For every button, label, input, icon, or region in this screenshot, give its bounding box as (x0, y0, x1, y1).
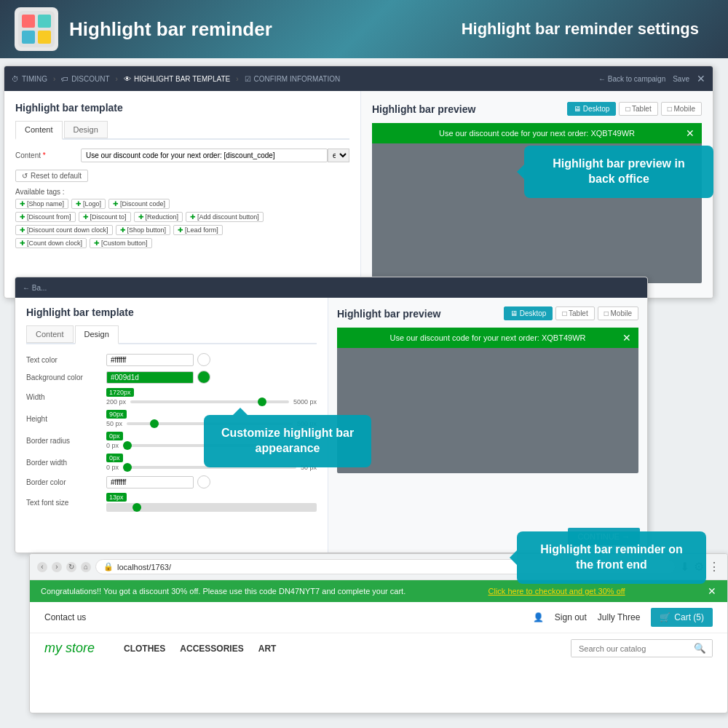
content-label: Content (15, 151, 81, 159)
design-preview-header: Highlight bar preview 🖥 Desktop □ Tablet… (337, 306, 638, 320)
border-color-label: Border color (26, 478, 106, 486)
nav-art[interactable]: ART (258, 644, 277, 654)
user-actions: 👤 Sign out Jully Three 🛒 Cart (5) (533, 608, 713, 627)
back-to-campaign-button[interactable]: ← Back to campaign (598, 75, 665, 83)
tag-lead-form[interactable]: ✚[Lead form] (173, 225, 223, 235)
width-slider-container: 1720px 200 px 5000 px (106, 388, 317, 405)
search-box: 🔍 (571, 639, 713, 657)
tooltip-frontend-reminder: Highlight bar reminder on the front end (517, 531, 706, 584)
bg-color-input[interactable] (106, 371, 194, 384)
preview-device-tabs: 🖥 Desktop □ Tablet □ Mobile (567, 102, 702, 116)
user-icon: 👤 (533, 612, 544, 622)
contact-us-link[interactable]: Contact us (44, 612, 86, 622)
tag-count-down[interactable]: ✚[Count down clock] (15, 238, 87, 248)
nav-highlight-bar-template[interactable]: 👁 HIGHLIGHT BAR TEMPLATE (124, 75, 230, 83)
width-max: 5000 px (293, 398, 317, 405)
highlight-bar-preview: Use our discount code for your next orde… (372, 123, 702, 143)
preview-tab-tablet[interactable]: □ Tablet (619, 102, 657, 116)
preview-tab-desktop[interactable]: 🖥 Desktop (567, 102, 616, 116)
tag-discount-to[interactable]: ✚[Discount to] (79, 212, 131, 222)
content-form-row: Content en (15, 149, 349, 162)
nav-accessories[interactable]: ACCESSORIES (180, 644, 243, 654)
site-navigation: my store CLOTHES ACCESSORIES ART 🔍 (30, 633, 727, 663)
bg-color-row: Background color (26, 371, 317, 384)
border-color-swatch[interactable] (197, 475, 210, 488)
text-color-swatch[interactable] (197, 353, 210, 366)
content-input[interactable] (81, 149, 328, 162)
tag-shop-button[interactable]: ✚[Shop button] (116, 225, 171, 235)
app-header: Highlight bar reminder Highlight bar rem… (0, 0, 728, 58)
border-width-value: 0px (106, 454, 123, 462)
design-tab-design[interactable]: Design (75, 325, 119, 344)
design-tab-desktop[interactable]: 🖥 Desktop (504, 306, 553, 320)
browser-home-button[interactable]: ⌂ (81, 562, 91, 572)
tag-shop-name[interactable]: ✚[Shop name] (15, 199, 68, 209)
design-right-panel: Highlight bar preview 🖥 Desktop □ Tablet… (328, 298, 647, 553)
design-device-tabs: 🖥 Desktop □ Tablet □ Mobile (504, 306, 638, 320)
design-tabs: Content Design (26, 325, 317, 344)
tag-discount-code[interactable]: ✚[Discount code] (108, 199, 170, 209)
browser-forward-button[interactable]: › (52, 562, 62, 572)
close-icon[interactable]: ✕ (697, 73, 705, 84)
tab-content[interactable]: Content (15, 121, 63, 140)
border-radius-min: 0 px (106, 442, 119, 449)
cart-icon: 🛒 (660, 612, 670, 622)
tag-custom-button[interactable]: ✚[Custom button] (90, 238, 152, 248)
lock-icon: 🔒 (103, 562, 114, 571)
browser-back-button[interactable]: ‹ (37, 562, 47, 572)
lang-select[interactable]: en (328, 149, 349, 162)
template-left-panel: Highlight bar template Content Design Co… (4, 91, 361, 298)
banner-link[interactable]: Click here to checkout and get 30% off (488, 587, 625, 596)
cart-button[interactable]: 🛒 Cart (5) (651, 608, 713, 627)
site-header: Contact us 👤 Sign out Jully Three 🛒 Cart… (30, 602, 727, 633)
design-tab-content[interactable]: Content (26, 325, 74, 343)
reset-button[interactable]: ↺ Reset to default (15, 170, 88, 182)
tooltip-customize-appearance: Customize highlight bar appearance (204, 415, 371, 467)
width-slider[interactable] (130, 400, 289, 403)
design-panel-title: Highlight bar template (26, 306, 317, 318)
store-logo: my store (44, 641, 95, 656)
design-tab-mobile[interactable]: □ Mobile (598, 306, 638, 320)
menu-icon[interactable]: ⋮ (708, 560, 720, 574)
svg-rect-3 (22, 31, 35, 44)
browser-refresh-button[interactable]: ↻ (66, 562, 76, 572)
app-logo (15, 7, 58, 51)
font-size-slider[interactable] (106, 503, 317, 512)
width-label: Width (26, 393, 106, 401)
search-input[interactable] (571, 640, 688, 657)
design-highlight-bar: Use our discount code for your next orde… (337, 328, 638, 348)
border-color-row: Border color (26, 475, 317, 488)
tag-logo[interactable]: ✚[Logo] (71, 199, 106, 209)
search-button[interactable]: 🔍 (688, 640, 712, 657)
banner-close-icon[interactable]: ✕ (708, 585, 716, 597)
app-title: Highlight bar reminder (69, 18, 272, 41)
nav-timing[interactable]: ⏱ TIMING (12, 75, 47, 83)
design-nav-bar: ← Ba... (15, 277, 647, 298)
nav-clothes[interactable]: CLOTHES (124, 644, 165, 654)
border-radius-value: 0px (106, 432, 123, 440)
sign-out-link[interactable]: Sign out (555, 612, 587, 622)
left-panel-title: Highlight bar template (15, 102, 349, 114)
tag-reduction[interactable]: ✚[Reduction] (134, 212, 183, 222)
design-tab-tablet[interactable]: □ Tablet (555, 306, 594, 320)
tab-design[interactable]: Design (64, 121, 108, 138)
bg-color-swatch[interactable] (197, 371, 210, 384)
design-close-bar-icon[interactable]: ✕ (622, 332, 631, 344)
tag-countdown-clock[interactable]: ✚[Discount count down clock] (15, 225, 113, 235)
preview-tab-mobile[interactable]: □ Mobile (661, 102, 702, 116)
banner-text: Congratulations!! You got a discount 30%… (41, 587, 405, 596)
close-bar-icon[interactable]: ✕ (686, 127, 695, 139)
save-button[interactable]: Save (673, 75, 689, 83)
tag-add-discount[interactable]: ✚[Add discount button] (186, 212, 264, 222)
nav-confirm[interactable]: ☑ CONFIRM INFORMATION (245, 75, 341, 83)
width-min: 200 px (106, 398, 126, 405)
border-width-min: 0 px (106, 464, 119, 471)
text-color-input[interactable] (106, 354, 194, 366)
nav-discount[interactable]: 🏷 DISCOUNT (61, 75, 109, 83)
settings-title: Highlight bar reminder settings (462, 20, 699, 39)
main-content: ⏱ TIMING › 🏷 DISCOUNT › 👁 HIGHLIGHT BAR … (0, 58, 728, 728)
border-color-input[interactable] (106, 476, 194, 488)
svg-rect-1 (22, 15, 35, 28)
width-row: Width 1720px 200 px 5000 px (26, 388, 317, 405)
tag-discount-from[interactable]: ✚[Discount from] (15, 212, 76, 222)
